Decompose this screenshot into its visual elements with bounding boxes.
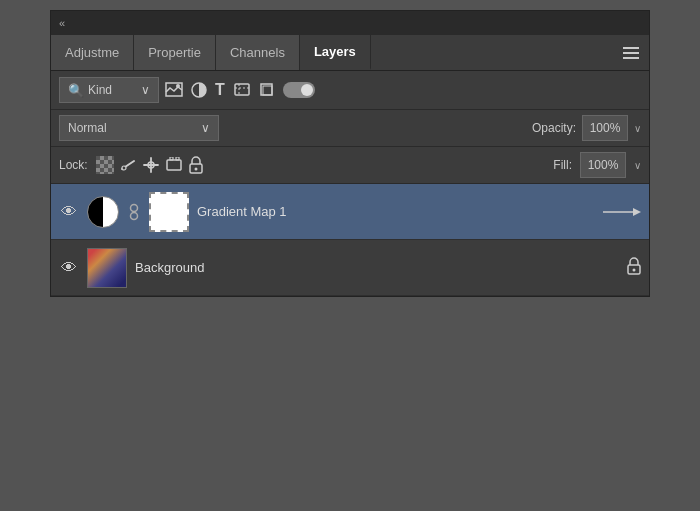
layer-name-background: Background — [135, 260, 619, 275]
svg-point-13 — [194, 168, 197, 171]
layer-row-background[interactable]: 👁 Background — [51, 240, 649, 296]
hamburger-icon — [623, 47, 639, 59]
lock-transparency-icon[interactable] — [96, 156, 114, 174]
svg-rect-3 — [235, 84, 249, 95]
layer-name-gradient-map: Gradient Map 1 — [197, 204, 593, 219]
lock-position-icon[interactable] — [142, 156, 160, 174]
lock-artboard-icon[interactable] — [166, 157, 183, 173]
eye-icon-background[interactable]: 👁 — [59, 259, 79, 277]
svg-point-15 — [131, 212, 138, 219]
lock-background-icon — [627, 257, 641, 278]
lock-all-icon[interactable] — [189, 156, 203, 174]
fill-arrow-icon[interactable]: ∨ — [634, 160, 641, 171]
svg-marker-18 — [633, 208, 641, 216]
opacity-arrow-icon[interactable]: ∨ — [634, 123, 641, 134]
tab-channels[interactable]: Channels — [216, 35, 300, 70]
fill-label: Fill: — [553, 158, 572, 172]
kind-dropdown[interactable]: 🔍 Kind ∨ — [59, 77, 159, 103]
image-filter-icon[interactable] — [165, 82, 183, 98]
gradient-map-thumb — [149, 192, 189, 232]
arrow-indicator — [601, 204, 641, 220]
tab-layers[interactable]: Layers — [300, 35, 371, 70]
layer-row-gradient-map[interactable]: 👁 Gradient Map 1 — [51, 184, 649, 240]
filter-row: 🔍 Kind ∨ T — [51, 71, 649, 110]
opacity-value-box[interactable]: 100% — [582, 115, 628, 141]
chain-link-icon — [127, 203, 141, 221]
svg-point-7 — [122, 166, 126, 170]
search-icon: 🔍 — [68, 83, 84, 98]
tabs-row: Adjustme Propertie Channels Layers — [51, 35, 649, 71]
tab-properties[interactable]: Propertie — [134, 35, 216, 70]
kind-arrow-icon: ∨ — [141, 83, 150, 97]
filter-icons-group: T — [165, 81, 315, 99]
collapse-button[interactable]: « — [59, 17, 65, 29]
adjustment-filter-icon[interactable] — [191, 82, 207, 98]
svg-rect-5 — [263, 86, 272, 95]
svg-rect-10 — [170, 157, 173, 160]
blend-mode-dropdown[interactable]: Normal ∨ — [59, 115, 219, 141]
svg-rect-9 — [167, 160, 181, 170]
panel-container: « Adjustme Propertie Channels Layers 🔍 K… — [50, 10, 650, 297]
opacity-label: Opacity: — [532, 121, 576, 135]
lock-row: Lock: Fill: 100% ∨ — [51, 147, 649, 184]
shape-filter-icon[interactable] — [233, 82, 251, 98]
lock-icons-group — [96, 156, 203, 174]
svg-point-14 — [131, 204, 138, 211]
smart-filter-icon[interactable] — [259, 82, 275, 98]
lock-pixels-icon[interactable] — [120, 157, 136, 173]
layers-list: 👁 Gradient Map 1 👁 Background — [51, 184, 649, 296]
svg-rect-11 — [176, 157, 179, 160]
lock-row-label: Lock: — [59, 158, 88, 172]
svg-point-20 — [633, 269, 636, 272]
eye-icon-gradient-map[interactable]: 👁 — [59, 203, 79, 221]
svg-point-1 — [176, 84, 180, 88]
panel-menu-button[interactable] — [613, 35, 649, 70]
tab-adjustments[interactable]: Adjustme — [51, 35, 134, 70]
top-bar: « — [51, 11, 649, 35]
adjustment-layer-icon — [87, 196, 119, 228]
blend-mode-arrow-icon: ∨ — [201, 121, 210, 135]
filter-toggle[interactable] — [283, 82, 315, 98]
background-thumb — [87, 248, 127, 288]
type-filter-icon[interactable]: T — [215, 81, 225, 99]
fill-value-box[interactable]: 100% — [580, 152, 626, 178]
blend-row: Normal ∨ Opacity: 100% ∨ — [51, 110, 649, 147]
